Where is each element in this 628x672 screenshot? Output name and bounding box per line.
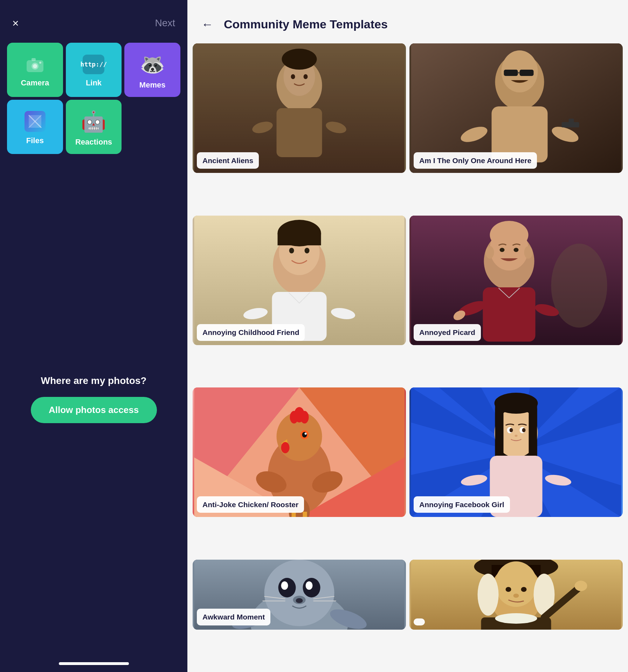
meme-label-picard: Annoyed Picard [414,324,481,341]
memes-icon: 🦝 [140,52,165,76]
svg-point-127 [478,574,499,616]
meme-label-am-only-one: Am I The Only One Around Here [414,152,537,169]
svg-rect-3 [32,58,36,61]
files-label: Files [26,136,44,145]
reactions-option[interactable]: 🤖 Reactions [66,100,122,154]
meme-label-ancient-aliens: Ancient Aliens [197,152,259,169]
svg-point-38 [305,248,310,253]
link-icon: http:// [83,55,104,74]
svg-point-47 [490,221,529,249]
page-title: Community Meme Templates [224,18,388,31]
svg-point-100 [522,428,526,432]
svg-rect-52 [483,287,536,342]
svg-point-68 [290,411,298,424]
svg-rect-29 [562,122,579,127]
close-button[interactable]: × [12,18,19,29]
next-button[interactable]: Next [155,18,175,29]
svg-point-66 [305,433,307,435]
right-panel: ← Community Meme Templates [187,0,628,672]
svg-point-51 [514,248,519,252]
photos-section: Where are my photos? Allow photos access [0,154,187,672]
attachment-options-grid: Camera http:// Link 🦝 Memes [0,43,187,154]
svg-rect-30 [569,119,574,123]
meme-label-chicken: Anti-Joke Chicken/ Rooster [197,496,304,513]
meme-card-am-only-one[interactable]: Am I The Only One Around Here [409,43,623,173]
left-panel: × Next Camera http:// Link [0,0,187,672]
svg-point-70 [281,442,290,453]
svg-point-96 [495,393,538,414]
svg-point-50 [500,248,505,252]
svg-rect-24 [520,70,534,76]
svg-point-130 [495,613,537,624]
svg-point-69 [301,411,309,424]
meme-label-childhood-friend: Annoying Childhood Friend [197,324,305,341]
svg-rect-23 [504,70,518,76]
svg-point-112 [306,581,313,590]
home-indicator [59,662,129,665]
svg-point-101 [515,435,518,437]
reactions-icon: 🤖 [81,110,106,133]
meme-card-ancient-aliens[interactable]: Ancient Aliens [193,43,406,173]
link-option[interactable]: http:// Link [66,43,122,97]
svg-point-4 [39,62,41,64]
meme-card-joseph[interactable] [409,560,623,630]
memes-label: Memes [139,80,166,90]
svg-point-37 [289,248,294,253]
svg-point-2 [33,64,37,68]
camera-option[interactable]: Camera [7,43,63,97]
meme-card-childhood-friend[interactable]: Annoying Childhood Friend [193,216,406,345]
svg-rect-75 [303,512,307,517]
memes-option[interactable]: 🦝 Memes [124,43,180,97]
svg-point-48 [486,246,494,259]
meme-templates-grid: Ancient Aliens [187,40,628,672]
files-icon [25,111,46,132]
camera-label: Camera [21,78,49,88]
meme-label-fb-girl: Annoying Facebook Girl [414,496,510,513]
svg-point-65 [302,432,307,438]
svg-point-132 [521,587,527,592]
meme-card-picard[interactable]: Annoyed Picard [409,216,623,345]
files-option[interactable]: Files [7,100,63,154]
svg-point-126 [495,561,537,607]
meme-card-fb-girl[interactable]: Annoying Facebook Girl [409,387,623,517]
meme-label-joseph [414,618,425,625]
svg-point-44 [551,244,607,328]
left-header: × Next [0,0,187,39]
meme-card-awkward[interactable]: Awkward Moment [193,560,406,630]
right-header: ← Community Meme Templates [187,0,628,40]
svg-point-111 [281,581,288,590]
back-button[interactable]: ← [201,18,213,31]
svg-point-134 [575,581,587,591]
svg-rect-36 [278,233,321,245]
meme-label-awkward: Awkward Moment [197,609,270,625]
allow-photos-button[interactable]: Allow photos access [31,397,157,423]
svg-point-49 [524,246,533,259]
photos-question-text: Where are my photos? [41,375,147,386]
camera-icon [25,55,45,74]
svg-point-114 [296,598,303,603]
svg-point-131 [506,587,511,592]
svg-point-99 [510,428,513,432]
meme-card-chicken[interactable]: Anti-Joke Chicken/ Rooster [193,387,406,517]
svg-point-108 [264,560,334,626]
svg-point-135 [513,594,519,598]
reactions-label: Reactions [75,138,112,147]
link-label: Link [86,78,102,88]
